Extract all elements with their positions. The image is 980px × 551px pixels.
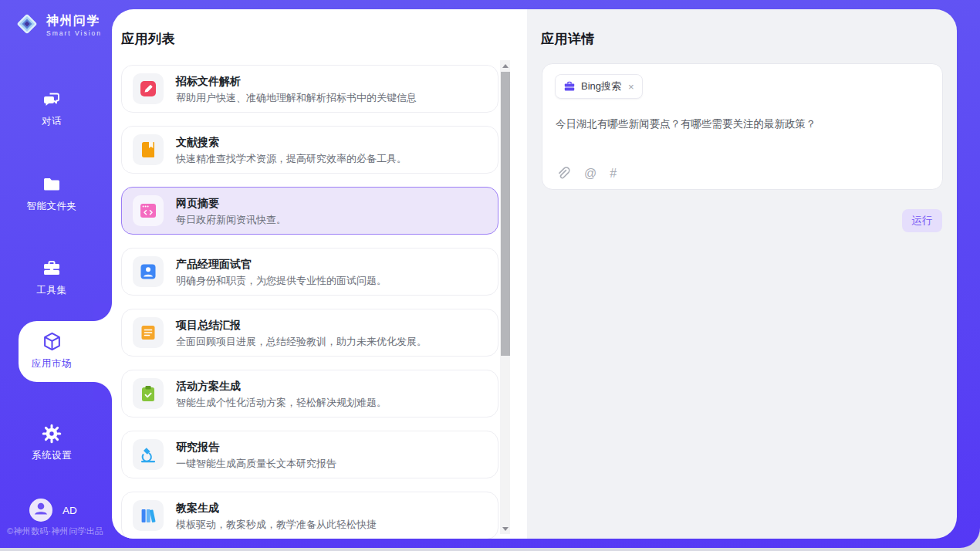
at-mention-icon[interactable]: @ <box>584 167 596 180</box>
avatar[interactable] <box>29 499 52 522</box>
app-item-title: 研究报告 <box>176 441 336 453</box>
prompt-input[interactable]: 今日湖北有哪些新闻要点？有哪些需要关注的最新政策？ <box>556 117 927 131</box>
app-item-title: 招标文件解析 <box>176 75 417 87</box>
sidebar-item-chat[interactable]: 对话 <box>0 81 103 136</box>
app-list-title: 应用列表 <box>121 30 175 48</box>
app-list: 招标文件解析 帮助用户快速、准确地理解和解析招标书中的关键信息 文献搜索 快速精… <box>121 65 498 539</box>
sidebar-item-toolset[interactable]: 工具集 <box>0 250 103 305</box>
sidebar-item-smart-folder[interactable]: 智能文件夹 <box>0 166 103 221</box>
brand-name: 神州问学 <box>46 14 102 28</box>
app-detail-title: 应用详情 <box>541 30 595 48</box>
scroll-down-arrow[interactable] <box>500 524 510 533</box>
app-list-item[interactable]: 活动方案生成 智能生成个性化活动方案，轻松解决规划难题。 <box>121 370 498 417</box>
app-item-description: 智能生成个性化活动方案，轻松解决规划难题。 <box>176 397 387 408</box>
research-icon <box>133 439 164 470</box>
chat-icon <box>42 89 62 110</box>
app-list-item[interactable]: 项目总结汇报 全面回顾项目进展，总结经验教训，助力未来优化发展。 <box>121 309 498 357</box>
interview-icon <box>133 256 164 287</box>
app-item-description: 明确身份和职责，为您提供专业性的面试问题。 <box>176 275 387 286</box>
app-item-description: 帮助用户快速、准确地理解和解析招标书中的关键信息 <box>176 92 417 103</box>
app-list-item[interactable]: 研究报告 一键智能生成高质量长文本研究报告 <box>121 431 498 478</box>
app-frame: 神州问学 Smart Vision 对话 智能文件夹 工具集 应用市场 系统设置… <box>0 0 980 548</box>
diamond-logo-icon <box>13 10 41 41</box>
brand-logo: 神州问学 Smart Vision <box>13 10 102 41</box>
plan-check-icon <box>133 378 164 409</box>
app-item-description: 每日政府新闻资讯快查。 <box>176 214 286 225</box>
briefcase-icon <box>563 80 576 93</box>
summary-icon <box>133 317 164 348</box>
app-list-item[interactable]: 教案生成 模板驱动，教案秒成，教学准备从此轻松快捷 <box>121 492 498 539</box>
toolbox-icon <box>42 258 62 279</box>
app-item-title: 活动方案生成 <box>176 380 387 392</box>
attachment-toolbar: @ # <box>556 166 617 181</box>
sidebar-item-settings[interactable]: 系统设置 <box>0 415 103 470</box>
scroll-up-arrow[interactable] <box>500 61 510 70</box>
doc-edit-icon <box>133 73 164 104</box>
cube-icon <box>42 331 63 352</box>
tool-chip-label: Bing搜索 <box>581 79 621 93</box>
app-list-item[interactable]: 网页摘要 每日政府新闻资讯快查。 <box>121 187 498 235</box>
lesson-books-icon <box>133 500 164 531</box>
app-window: 神州问学 Smart Vision 对话 智能文件夹 工具集 应用市场 系统设置… <box>0 0 980 551</box>
app-item-title: 教案生成 <box>176 502 377 514</box>
app-list-item[interactable]: 文献搜索 快速精准查找学术资源，提高研究效率的必备工具。 <box>121 126 498 174</box>
sidebar-item-app-market[interactable]: 应用市场 <box>19 321 112 382</box>
app-detail-panel: 应用详情 Bing搜索 × 今日湖北有哪些新闻要点？有哪些需要关注的最新政策？ … <box>527 9 957 539</box>
copyright-footer: ©神州数码·神州问学出品 <box>0 526 112 537</box>
hash-icon[interactable]: # <box>610 167 617 180</box>
run-button[interactable]: 运行 <box>902 209 942 232</box>
main-content: 应用列表 招标文件解析 帮助用户快速、准确地理解和解析招标书中的关键信息 文献搜… <box>112 9 957 539</box>
app-item-title: 网页摘要 <box>176 197 286 209</box>
app-item-title: 项目总结汇报 <box>176 319 427 331</box>
user-profile[interactable]: AD <box>29 499 77 522</box>
sidebar: 神州问学 Smart Vision 对话 智能文件夹 工具集 应用市场 系统设置… <box>0 0 112 548</box>
scrollbar[interactable] <box>500 60 510 534</box>
person-icon <box>29 497 52 523</box>
paperclip-icon[interactable] <box>556 166 571 181</box>
tool-chip-bing-search[interactable]: Bing搜索 × <box>555 74 643 99</box>
folder-icon <box>42 174 62 194</box>
app-list-panel: 应用列表 招标文件解析 帮助用户快速、准确地理解和解析招标书中的关键信息 文献搜… <box>112 9 527 539</box>
user-initials: AD <box>63 505 77 516</box>
scrollbar-thumb[interactable] <box>501 72 510 356</box>
app-list-item[interactable]: 招标文件解析 帮助用户快速、准确地理解和解析招标书中的关键信息 <box>121 65 498 113</box>
app-item-description: 快速精准查找学术资源，提高研究效率的必备工具。 <box>176 153 407 164</box>
app-item-title: 文献搜索 <box>176 136 407 148</box>
app-item-description: 模板驱动，教案秒成，教学准备从此轻松快捷 <box>176 519 377 530</box>
app-item-description: 全面回顾项目进展，总结经验教训，助力未来优化发展。 <box>176 336 427 347</box>
app-list-item[interactable]: 产品经理面试官 明确身份和职责，为您提供专业性的面试问题。 <box>121 248 498 296</box>
chip-close-icon[interactable]: × <box>628 82 634 92</box>
app-item-title: 产品经理面试官 <box>176 258 387 270</box>
web-code-icon <box>133 195 164 226</box>
brand-subtitle: Smart Vision <box>46 29 102 37</box>
app-item-description: 一键智能生成高质量长文本研究报告 <box>176 458 336 469</box>
prompt-card: Bing搜索 × 今日湖北有哪些新闻要点？有哪些需要关注的最新政策？ @ # <box>542 63 943 190</box>
gear-icon <box>42 423 62 444</box>
book-icon <box>133 134 164 165</box>
